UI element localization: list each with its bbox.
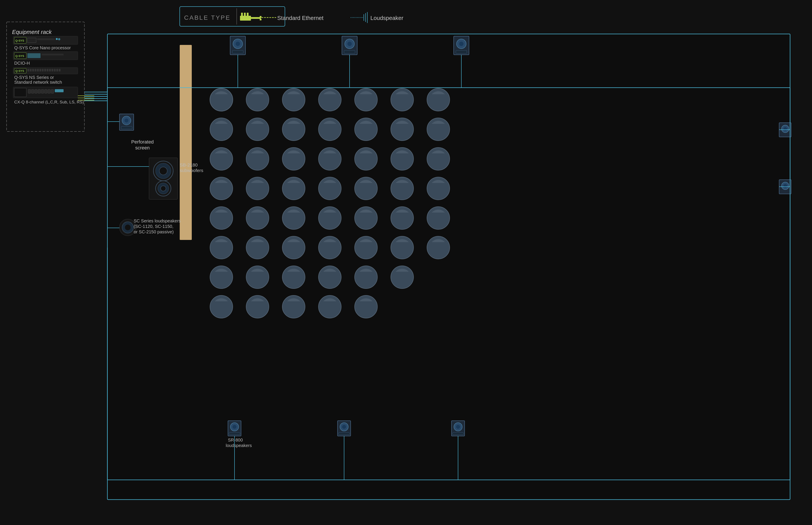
screen-label2: screen	[135, 145, 150, 151]
svg-rect-151	[453, 433, 464, 435]
svg-rect-24	[27, 53, 41, 58]
rack-title: Equipment rack	[12, 29, 52, 35]
svg-rect-25	[42, 54, 63, 56]
svg-rect-57	[232, 50, 243, 54]
svg-text:Q-SYS: Q-SYS	[15, 69, 24, 73]
top-speaker-1	[230, 36, 245, 55]
svg-rect-50	[45, 89, 47, 93]
svg-rect-29	[27, 69, 29, 72]
switch-label2: Standard network switch	[14, 80, 62, 85]
svg-rect-3	[244, 13, 246, 16]
svg-rect-32	[35, 69, 36, 72]
svg-text:Q-SYS: Q-SYS	[15, 39, 24, 42]
svg-rect-61	[344, 50, 355, 54]
svg-rect-36	[44, 69, 46, 72]
svg-rect-37	[47, 69, 48, 72]
screen-label: Perforated	[131, 139, 154, 145]
legend-ethernet-label: Standard Ethernet	[277, 15, 324, 21]
svg-point-56	[236, 42, 240, 46]
svg-point-64	[459, 42, 464, 46]
bottom-speaker-1	[228, 421, 241, 436]
top-speaker-2	[342, 36, 357, 55]
svg-rect-143	[229, 433, 240, 435]
subwoofer-group	[149, 158, 178, 199]
svg-rect-35	[42, 69, 44, 72]
svg-rect-17	[27, 38, 36, 43]
svg-point-146	[342, 425, 346, 429]
cxq-label: CX-Q 8-channel (L,C,R, Sub, LS, RS)	[14, 100, 84, 104]
switch-label: Q-SYS NS Series or	[14, 75, 54, 80]
svg-rect-39	[51, 69, 53, 72]
svg-point-20	[58, 38, 60, 40]
svg-rect-46	[31, 89, 34, 93]
svg-rect-40	[54, 69, 56, 72]
svg-rect-31	[32, 69, 34, 72]
svg-point-68	[783, 127, 787, 131]
sc-label-1: SC Series loudspeakers	[134, 219, 181, 223]
svg-rect-41	[56, 69, 58, 72]
nano-label: Q-SYS Core Nano processor	[14, 45, 71, 50]
svg-rect-19	[56, 38, 58, 40]
left-speaker-1	[119, 114, 134, 130]
svg-rect-34	[40, 69, 41, 72]
svg-rect-38	[49, 69, 51, 72]
svg-rect-65	[456, 50, 467, 54]
sr800-label: SR-800	[228, 438, 243, 442]
svg-point-71	[783, 184, 787, 188]
legend-loudspeaker-label: Loudspeaker	[371, 15, 404, 21]
top-speaker-3	[454, 36, 469, 55]
svg-rect-51	[48, 89, 50, 93]
svg-rect-147	[339, 433, 349, 435]
svg-point-74	[124, 119, 129, 122]
svg-rect-5	[240, 16, 251, 20]
bottom-speaker-2	[337, 421, 351, 436]
svg-point-60	[347, 42, 352, 46]
sr800-label2: loudspeakers	[226, 443, 252, 448]
sc-label-2: (SC-1120, SC-1150,	[134, 224, 174, 229]
svg-rect-75	[121, 126, 132, 129]
svg-point-79	[159, 167, 167, 175]
svg-point-85	[125, 225, 131, 230]
dcio-label: DCIO-H	[14, 61, 30, 65]
svg-rect-18	[37, 38, 55, 40]
legend-title: CABLE TYPE	[184, 14, 230, 21]
svg-text:Q-SYS: Q-SYS	[15, 54, 24, 58]
subwoofer-label2: subwoofers	[180, 168, 203, 173]
svg-rect-42	[59, 69, 60, 72]
svg-rect-33	[37, 69, 39, 72]
svg-point-150	[456, 425, 460, 429]
svg-rect-52	[51, 89, 54, 93]
svg-rect-2	[241, 13, 243, 16]
svg-rect-47	[35, 89, 37, 93]
svg-rect-53	[55, 89, 63, 92]
svg-rect-4	[247, 13, 249, 16]
svg-rect-48	[38, 89, 41, 93]
svg-rect-45	[28, 89, 31, 93]
svg-rect-7	[260, 16, 261, 18]
svg-point-142	[232, 425, 237, 429]
svg-rect-44	[14, 88, 26, 97]
subwoofer-label: SB-2180	[180, 162, 198, 167]
sc-label-3: or SC-2150 passive)	[134, 229, 174, 234]
svg-rect-30	[30, 69, 32, 72]
svg-point-82	[161, 186, 166, 191]
perforated-screen	[180, 45, 192, 240]
svg-rect-49	[41, 89, 44, 93]
bottom-speaker-3	[451, 421, 465, 436]
svg-rect-6	[251, 17, 261, 19]
svg-rect-8	[260, 19, 261, 20]
